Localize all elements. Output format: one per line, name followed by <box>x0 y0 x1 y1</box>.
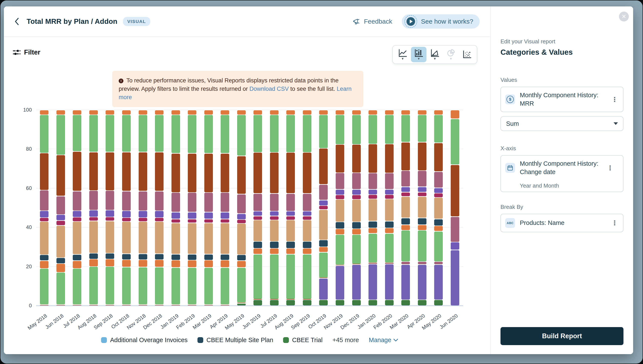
segment-cbee-trial[interactable] <box>303 300 312 306</box>
segment-unlabeled-rust-thin[interactable] <box>237 302 246 303</box>
segment-unlabeled-orange-top[interactable] <box>56 110 65 114</box>
chart-type-area[interactable]: ▾ <box>427 47 442 62</box>
segment-unlabeled-tan[interactable] <box>204 223 213 254</box>
segment-unlabeled-mauve[interactable] <box>172 193 180 212</box>
segment-unlabeled-purple-small[interactable] <box>319 200 328 206</box>
segment-unlabeled-green-upper[interactable] <box>286 115 295 152</box>
bar-may-2018[interactable] <box>40 110 48 306</box>
kebab-menu-icon[interactable]: ⋮ <box>606 164 614 172</box>
segment-unlabeled-crimson[interactable] <box>385 195 394 199</box>
segment-unlabeled-orange-top[interactable] <box>418 110 426 114</box>
segment-unlabeled-brown[interactable] <box>237 156 246 194</box>
segment-unlabeled-orange-lower[interactable] <box>188 260 196 267</box>
segment-unlabeled-crimson[interactable] <box>237 220 246 223</box>
segment-unlabeled-crimson[interactable] <box>40 218 48 221</box>
segment-unlabeled-green-upper[interactable] <box>368 115 377 144</box>
segment-unlabeled-brown[interactable] <box>303 152 312 193</box>
segment-unlabeled-orange-top[interactable] <box>139 110 147 114</box>
segment-cbee-multiple-site-plan[interactable] <box>385 222 394 228</box>
kebab-menu-icon[interactable]: ⋮ <box>610 219 619 227</box>
segment-unlabeled-green-lower[interactable] <box>172 268 180 304</box>
segment-unlabeled-orange-top[interactable] <box>237 110 246 114</box>
segment-unlabeled-brown[interactable] <box>254 152 262 193</box>
segment-unlabeled-rust-thin[interactable] <box>303 299 312 300</box>
segment-cbee-trial[interactable] <box>418 300 426 306</box>
segment-unlabeled-green-upper[interactable] <box>204 115 213 153</box>
segment-unlabeled-mauve[interactable] <box>385 173 394 189</box>
segment-unlabeled-orange-lower[interactable] <box>56 264 65 272</box>
segment-unlabeled-tan[interactable] <box>221 223 229 254</box>
segment-unlabeled-purple-small[interactable] <box>270 212 278 216</box>
bar-jul-2018[interactable] <box>73 110 81 306</box>
segment-unlabeled-orange-top[interactable] <box>204 110 213 114</box>
bar-aug-2019[interactable] <box>286 110 295 306</box>
segment-unlabeled-crimson[interactable] <box>254 216 262 220</box>
segment-unlabeled-purple-small[interactable] <box>368 190 377 194</box>
segment-unlabeled-rust-thin[interactable] <box>73 305 81 306</box>
bar-oct-2019[interactable] <box>319 110 328 306</box>
segment-unlabeled-orange-lower[interactable] <box>352 229 361 234</box>
segment-unlabeled-tan[interactable] <box>172 223 180 254</box>
segment-unlabeled-orange-top[interactable] <box>352 110 361 114</box>
segment-cbee-multiple-site-plan[interactable] <box>155 254 164 260</box>
segment-unlabeled-brown[interactable] <box>73 152 81 191</box>
segment-cbee-multiple-site-plan[interactable] <box>221 254 229 260</box>
segment-unlabeled-green-lower[interactable] <box>40 269 48 304</box>
segment-unlabeled-orange-top[interactable] <box>451 110 459 119</box>
segment-unlabeled-green-upper[interactable] <box>270 115 278 152</box>
segment-unlabeled-orange-lower[interactable] <box>319 247 328 252</box>
segment-unlabeled-purple-small[interactable] <box>56 215 65 220</box>
segment-unlabeled-tan[interactable] <box>319 210 328 240</box>
segment-unlabeled-green-lower[interactable] <box>385 234 394 262</box>
segment-unlabeled-crimson[interactable] <box>172 219 180 223</box>
segment-unlabeled-orange-top[interactable] <box>385 110 394 114</box>
segment-unlabeled-brown[interactable] <box>188 154 196 192</box>
segment-unlabeled-green-upper[interactable] <box>434 115 443 142</box>
segment-unlabeled-brown[interactable] <box>336 145 344 172</box>
segment-unlabeled-green-lower[interactable] <box>368 234 377 262</box>
segment-unlabeled-purple-small[interactable] <box>172 212 180 219</box>
manage-legend-button[interactable]: Manage <box>369 336 398 344</box>
segment-unlabeled-crimson[interactable] <box>56 221 65 225</box>
segment-unlabeled-green-lower[interactable] <box>286 254 295 299</box>
chart-type-line[interactable]: ▾ <box>395 47 410 62</box>
segment-unlabeled-green-lower[interactable] <box>122 268 131 304</box>
segment-unlabeled-tan[interactable] <box>139 222 147 254</box>
segment-unlabeled-purple-small[interactable] <box>188 212 196 219</box>
segment-unlabeled-green-upper[interactable] <box>385 115 394 144</box>
segment-unlabeled-green-upper[interactable] <box>254 115 262 152</box>
segment-unlabeled-orange-lower[interactable] <box>303 248 312 254</box>
segment-unlabeled-purple-small[interactable] <box>336 190 344 195</box>
bar-mar-2020[interactable] <box>401 110 410 306</box>
segment-unlabeled-purple-large[interactable] <box>418 265 426 300</box>
segment-unlabeled-brown[interactable] <box>89 152 98 190</box>
segment-unlabeled-green-lower[interactable] <box>336 235 344 265</box>
segment-unlabeled-purple-large[interactable] <box>434 265 443 300</box>
segment-unlabeled-orange-lower[interactable] <box>89 259 98 266</box>
segment-unlabeled-brown[interactable] <box>451 165 459 216</box>
segment-unlabeled-crimson[interactable] <box>418 192 426 196</box>
segment-cbee-multiple-site-plan[interactable] <box>368 222 377 228</box>
segment-unlabeled-purple-small[interactable] <box>434 188 443 193</box>
segment-unlabeled-orange-lower[interactable] <box>172 260 180 267</box>
segment-unlabeled-purple-small[interactable] <box>237 214 246 219</box>
bar-apr-2020[interactable] <box>418 110 426 306</box>
segment-unlabeled-crimson[interactable] <box>188 219 196 223</box>
segment-unlabeled-rust-thin[interactable] <box>319 278 328 278</box>
segment-unlabeled-green-lower[interactable] <box>155 268 164 304</box>
segment-unlabeled-orange-lower[interactable] <box>418 225 426 230</box>
segment-unlabeled-tan[interactable] <box>434 198 443 219</box>
bar-nov-2019[interactable] <box>336 110 344 306</box>
segment-unlabeled-brown[interactable] <box>270 152 278 193</box>
segment-unlabeled-green-lower[interactable] <box>401 230 410 261</box>
segment-unlabeled-rose-thin[interactable] <box>418 262 426 264</box>
segment-cbee-multiple-site-plan[interactable] <box>204 254 213 260</box>
bar-dec-2018[interactable] <box>155 110 164 306</box>
legend-item[interactable]: CBEE Multiple Site Plan <box>198 336 273 344</box>
bar-may-2019[interactable] <box>237 110 246 306</box>
segment-unlabeled-rust-thin[interactable] <box>188 305 196 306</box>
segment-cbee-multiple-site-plan[interactable] <box>303 242 312 248</box>
segment-unlabeled-green-upper[interactable] <box>155 115 164 152</box>
bar-jan-2019[interactable] <box>172 110 180 306</box>
segment-unlabeled-green-upper[interactable] <box>352 115 361 144</box>
